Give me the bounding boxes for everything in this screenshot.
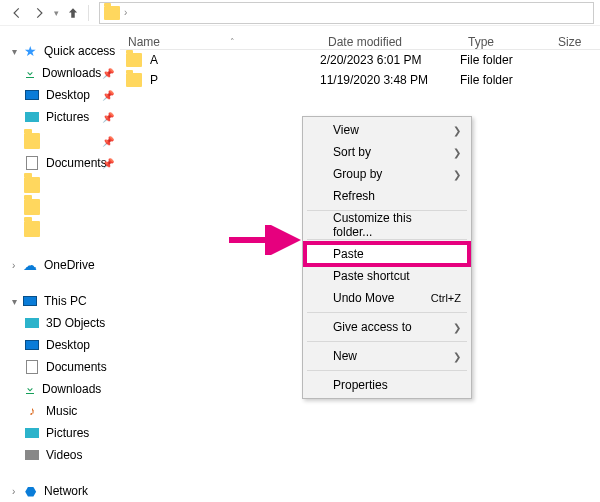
ctx-paste-shortcut[interactable]: Paste shortcut [305,265,469,287]
pin-icon: 📌 [102,112,114,123]
sidebar-downloads[interactable]: Downloads 📌 [8,62,120,84]
sidebar-label: Quick access [44,44,115,58]
chevron-down-icon: ▾ [12,296,22,307]
documents-icon [24,155,40,171]
sidebar-music[interactable]: ♪ Music [8,400,120,422]
forward-button[interactable] [28,2,50,24]
sidebar-desktop-pc[interactable]: Desktop [8,334,120,356]
ctx-undo-move[interactable]: Undo MoveCtrl+Z [305,287,469,309]
sidebar-label: This PC [44,294,87,308]
sidebar-folder-4[interactable] [8,218,120,240]
sidebar-this-pc[interactable]: ▾ This PC [8,290,120,312]
sidebar-network[interactable]: › ⬣ Network [8,480,120,502]
sidebar-label: 3D Objects [46,316,105,330]
cloud-icon: ☁ [22,257,38,273]
sidebar-documents-pc[interactable]: Documents [8,356,120,378]
navigation-pane: ▾ ★ Quick access Downloads 📌 Desktop 📌 P… [0,26,120,502]
file-name: A [150,53,158,67]
pin-icon: 📌 [102,158,114,169]
file-row[interactable]: P 11/19/2020 3:48 PM File folder [120,70,600,90]
ctx-refresh[interactable]: Refresh [305,185,469,207]
back-button[interactable] [6,2,28,24]
sidebar-quick-access[interactable]: ▾ ★ Quick access [8,40,120,62]
folder-icon [126,53,142,67]
network-icon: ⬣ [22,483,38,499]
sidebar-label: Documents [46,360,107,374]
desktop-icon [24,337,40,353]
sidebar-3d-objects[interactable]: 3D Objects [8,312,120,334]
pictures-icon [24,425,40,441]
up-button[interactable] [62,2,84,24]
pin-icon: 📌 [102,68,114,79]
sidebar-label: Music [46,404,77,418]
ctx-paste[interactable]: Paste [305,243,469,265]
sidebar-label: Desktop [46,88,90,102]
sidebar-pictures[interactable]: Pictures 📌 [8,106,120,128]
ctx-group-by[interactable]: Group by❯ [305,163,469,185]
pictures-icon [24,109,40,125]
addr-chevron: › [124,7,127,18]
ctx-sort-by[interactable]: Sort by❯ [305,141,469,163]
chevron-down-icon: ▾ [12,46,22,57]
folder-icon [24,199,40,215]
ctx-separator [307,341,467,342]
ctx-separator [307,312,467,313]
ctx-hotkey: Ctrl+Z [431,292,461,304]
context-menu: View❯ Sort by❯ Group by❯ Refresh Customi… [302,116,472,399]
chevron-right-icon: ❯ [453,322,461,333]
folder-icon [126,73,142,87]
desktop-icon [24,87,40,103]
ctx-separator [307,370,467,371]
column-header-size[interactable]: Size [550,35,600,49]
sidebar-folder-3[interactable] [8,196,120,218]
chevron-right-icon: ❯ [453,351,461,362]
documents-icon [24,359,40,375]
file-type: File folder [460,73,550,87]
column-headers: Name ˄ Date modified Type Size [120,26,600,50]
ctx-customize[interactable]: Customize this folder... [305,214,469,236]
ctx-view[interactable]: View❯ [305,119,469,141]
sidebar-label: Network [44,484,88,498]
chevron-right-icon: ❯ [453,147,461,158]
objects3d-icon [24,315,40,331]
address-bar[interactable]: › [99,2,594,24]
file-date: 2/20/2023 6:01 PM [320,53,460,67]
sidebar-videos[interactable]: Videos [8,444,120,466]
column-header-name[interactable]: Name ˄ [120,35,320,49]
sidebar-pictures-pc[interactable]: Pictures [8,422,120,444]
folder-icon [24,221,40,237]
music-icon: ♪ [24,403,40,419]
pc-icon [22,293,38,309]
chevron-right-icon: ❯ [453,125,461,136]
ctx-separator [307,239,467,240]
ctx-new[interactable]: New❯ [305,345,469,367]
sidebar-label: Desktop [46,338,90,352]
sidebar-onedrive[interactable]: › ☁ OneDrive [8,254,120,276]
sidebar-label: Downloads [42,66,101,80]
chevron-right-icon: ❯ [453,169,461,180]
videos-icon [24,447,40,463]
file-date: 11/19/2020 3:48 PM [320,73,460,87]
sidebar-label: Videos [46,448,82,462]
download-icon [24,383,36,395]
recent-dropdown[interactable]: ▾ [50,2,62,24]
sidebar-documents[interactable]: Documents 📌 [8,152,120,174]
folder-icon [24,133,40,149]
sidebar-folder-1[interactable]: 📌 [8,130,120,152]
sidebar-folder-2[interactable] [8,174,120,196]
pin-icon: 📌 [102,136,114,147]
column-header-type[interactable]: Type [460,35,550,49]
column-header-date[interactable]: Date modified [320,35,460,49]
sidebar-label: OneDrive [44,258,95,272]
download-icon [24,67,36,79]
sidebar-desktop[interactable]: Desktop 📌 [8,84,120,106]
ctx-give-access[interactable]: Give access to❯ [305,316,469,338]
sidebar-label: Downloads [42,382,101,396]
file-row[interactable]: A 2/20/2023 6:01 PM File folder [120,50,600,70]
sidebar-downloads-pc[interactable]: Downloads [8,378,120,400]
sort-indicator-icon: ˄ [230,37,235,47]
ctx-properties[interactable]: Properties [305,374,469,396]
chevron-right-icon: › [12,260,22,271]
sidebar-label: Pictures [46,426,89,440]
nav-toolbar: ▾ › [0,0,600,26]
